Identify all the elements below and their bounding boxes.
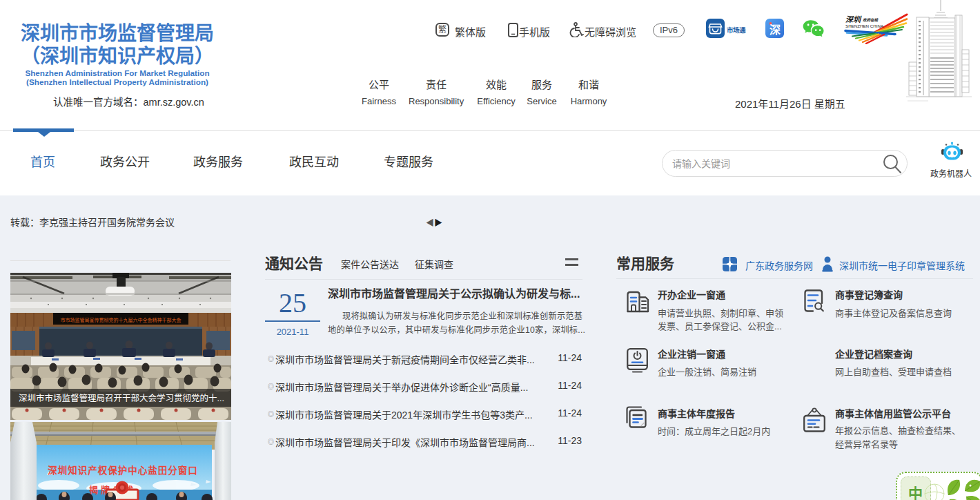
svg-text:深圳: 深圳 xyxy=(845,15,862,23)
svg-text:SHENZHEN CHINA: SHENZHEN CHINA xyxy=(845,23,884,28)
svg-text:市市场监管局宣传贯彻党的十九届六中全会精神干部大会: 市市场监管局宣传贯彻党的十九届六中全会精神干部大会 xyxy=(61,317,182,323)
svg-text:深圳市市场监督管理局召开干部大会学习贯彻党的十...: 深圳市市场监督管理局召开干部大会学习贯彻党的十... xyxy=(19,393,224,403)
svg-text:深圳知识产权保护中心盐田分窗口: 深圳知识产权保护中心盐田分窗口 xyxy=(48,465,198,476)
svg-text:深: 深 xyxy=(770,23,781,36)
svg-text:政府在线: 政府在线 xyxy=(863,18,879,22)
